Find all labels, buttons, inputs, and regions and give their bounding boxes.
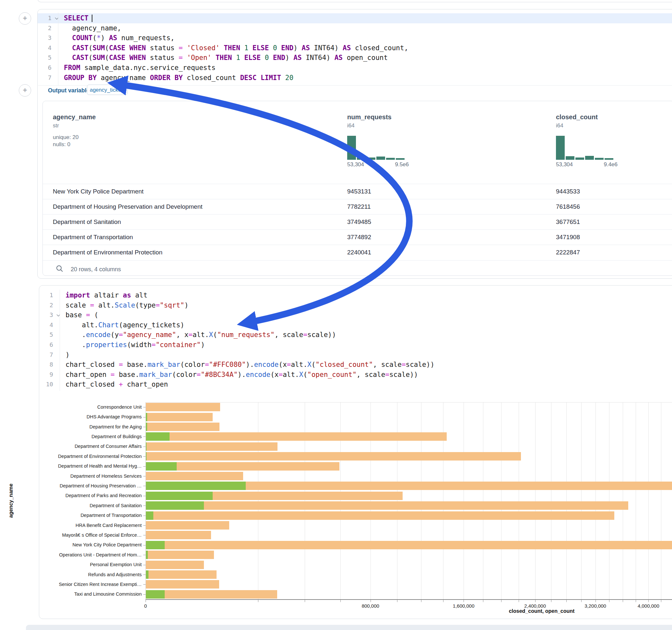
gridline xyxy=(566,402,567,599)
bar-open-count xyxy=(146,541,165,549)
y-axis-label: Operations Unit - Department of Hom… xyxy=(0,552,142,557)
bar-closed-count xyxy=(146,561,204,569)
table-cell: Department of Transportation xyxy=(53,234,338,241)
code-text: alt.Chart(agency_tickets) xyxy=(62,320,672,330)
table-row: New York City Police Department945313194… xyxy=(43,184,672,199)
histogram-bar xyxy=(347,136,356,160)
y-axis-label: DHS Advantage Programs xyxy=(0,414,142,419)
fold-spacer xyxy=(53,350,62,360)
y-tick xyxy=(143,555,146,555)
code-line: 4 CAST(SUM(CASE WHEN status = 'Closed' T… xyxy=(38,43,672,53)
y-tick xyxy=(143,565,146,565)
gridline xyxy=(636,402,636,599)
column-header[interactable]: agency_name xyxy=(53,114,96,121)
fold-spacer xyxy=(53,300,62,311)
y-tick xyxy=(143,446,146,447)
table-cell: 3749485 xyxy=(347,218,548,225)
y-tick xyxy=(143,486,146,486)
fold-spacer xyxy=(53,380,62,390)
histogram-bar xyxy=(376,156,385,160)
fold-spacer xyxy=(51,23,60,33)
code-line: 9chart_open = base.mark_bar(color="#8BC3… xyxy=(39,370,672,380)
x-axis-label: 1,600,000 xyxy=(444,603,483,609)
code-line: 5 CAST(SUM(CASE WHEN status = 'Open' THE… xyxy=(38,53,672,63)
previous-cell-edge xyxy=(37,0,672,2)
plus-icon: + xyxy=(23,14,27,22)
x-tick xyxy=(551,600,551,602)
y-axis-label: Department for the Aging xyxy=(0,424,142,429)
y-axis-label: Department of Transportation xyxy=(0,513,142,518)
x-tick xyxy=(566,600,567,602)
line-number: 8 xyxy=(39,360,53,370)
gridline xyxy=(397,402,398,599)
code-line: 4 alt.Chart(agency_tickets) xyxy=(39,320,672,330)
line-number: 5 xyxy=(39,330,53,340)
bar-open-count xyxy=(146,551,148,559)
column-header[interactable]: closed_count xyxy=(556,114,598,121)
y-axis-label: Department of Health and Mental Hyg… xyxy=(0,463,142,468)
x-tick xyxy=(146,600,146,602)
column-meta: unique: 20 xyxy=(53,134,78,141)
fold-spacer xyxy=(53,370,62,380)
table-cell: 7782211 xyxy=(347,203,548,210)
fold-chevron-icon[interactable] xyxy=(53,310,62,320)
line-number: 7 xyxy=(38,73,51,83)
x-tick xyxy=(581,600,581,602)
y-tick xyxy=(143,535,146,535)
output-variable-pill[interactable]: agency_tickets xyxy=(87,84,128,95)
line-number: 7 xyxy=(39,350,53,360)
python-editor[interactable]: 1import altair as alt2scale = alt.Scale(… xyxy=(39,286,672,390)
bar-open-count xyxy=(146,432,170,441)
x-tick xyxy=(636,600,636,602)
code-line: 1import altair as alt xyxy=(39,290,672,300)
bar-closed-count xyxy=(146,452,521,461)
bar-open-count xyxy=(146,413,147,421)
x-tick xyxy=(258,600,258,602)
fold-spacer xyxy=(53,290,62,300)
histogram-bar xyxy=(396,158,405,160)
bar-closed-count xyxy=(146,551,214,559)
add-cell-button[interactable]: + xyxy=(19,84,31,97)
add-cell-button[interactable]: + xyxy=(19,12,31,25)
fold-spacer xyxy=(51,33,60,43)
line-number: 3 xyxy=(39,310,53,320)
fold-chevron-icon[interactable] xyxy=(51,13,60,23)
bar-open-count xyxy=(146,452,146,461)
bar-closed-count xyxy=(146,571,217,579)
y-axis-label: Department of Housing Preservation … xyxy=(0,483,142,488)
row-count-summary: 20 rows, 4 columns xyxy=(71,266,121,273)
code-text: chart_closed + chart_open xyxy=(62,380,672,390)
bar-open-count xyxy=(146,422,147,431)
column-header[interactable]: num_requests xyxy=(347,114,391,121)
code-line: 2scale = alt.Scale(type="sqrt") xyxy=(39,300,672,311)
y-tick xyxy=(143,525,146,526)
code-line: 3base = ( xyxy=(39,310,672,320)
y-axis-label: Senior Citizen Rent Increase Exempti… xyxy=(0,582,142,587)
x-axis-label: 800,000 xyxy=(351,603,390,609)
y-axis-title: agency_name xyxy=(8,452,15,549)
y-axis-line xyxy=(146,402,146,599)
y-axis-label: Department of Sanitation xyxy=(0,503,142,508)
bar-open-count xyxy=(146,571,148,579)
table-cell: 9453131 xyxy=(347,188,548,195)
sql-editor[interactable]: 1SELECT2 agency_name,3 COUNT(*) AS num_r… xyxy=(38,9,672,83)
histogram-bar xyxy=(575,158,584,160)
code-text: scale = alt.Scale(type="sqrt") xyxy=(62,300,672,311)
code-text: CAST(SUM(CASE WHEN status = 'Closed' THE… xyxy=(60,43,672,53)
y-tick xyxy=(143,476,146,477)
bar-closed-count xyxy=(146,590,277,599)
histogram-bar xyxy=(357,156,366,160)
table-footer: 20 rows, 4 columns xyxy=(43,263,121,275)
line-number: 10 xyxy=(39,380,53,390)
search-icon[interactable] xyxy=(56,265,64,274)
y-axis-label: Department of Homeless Services xyxy=(0,474,142,479)
gridline xyxy=(535,402,535,599)
gridline xyxy=(661,402,661,599)
histogram-bar xyxy=(585,156,594,160)
table-cell: 2240041 xyxy=(347,249,548,256)
table-cell: 3774892 xyxy=(347,234,548,241)
y-tick xyxy=(143,407,146,407)
bar-closed-count xyxy=(146,580,219,588)
y-tick xyxy=(143,466,146,467)
x-tick xyxy=(623,600,623,602)
